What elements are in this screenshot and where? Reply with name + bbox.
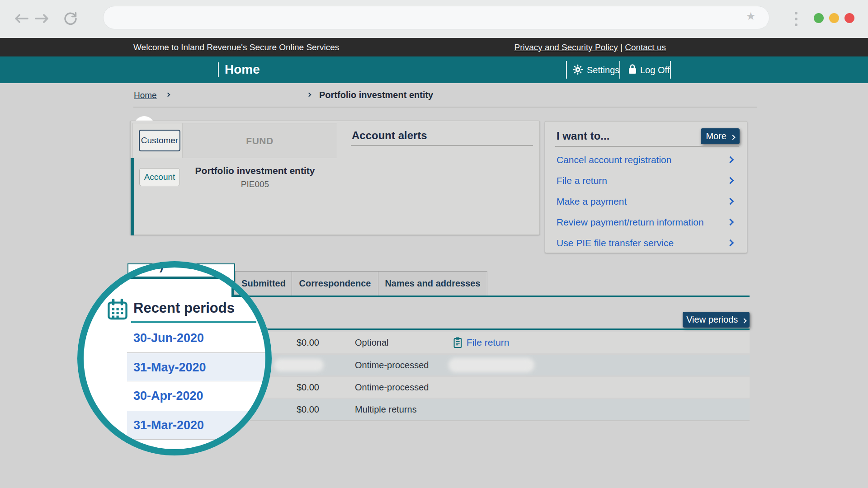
magnified-tab-border bbox=[123, 277, 234, 279]
chevron-right-icon bbox=[727, 156, 734, 164]
entity-code: PIE005 bbox=[185, 179, 325, 189]
lock-icon bbox=[627, 63, 637, 75]
chevron-right-icon bbox=[727, 219, 734, 226]
settings-button[interactable]: Settings bbox=[587, 65, 619, 75]
welcome-bar: Welcome to Inland Revenue's Secure Onlin… bbox=[0, 38, 868, 56]
entity-block: Portfolio investment entity PIE005 bbox=[185, 165, 325, 189]
period-date-link[interactable]: 31-May-2020 bbox=[127, 353, 272, 381]
window-dot-green[interactable] bbox=[814, 13, 824, 23]
contact-us-link[interactable]: Contact us bbox=[625, 42, 666, 52]
more-button-label: More bbox=[706, 131, 726, 141]
period-date-link[interactable]: 30-Jun-2020 bbox=[127, 323, 272, 353]
browser-menu-icon[interactable] bbox=[795, 12, 797, 29]
window-dot-red[interactable] bbox=[844, 13, 854, 23]
action-link-review-payment-info[interactable]: Review payment/return information bbox=[557, 212, 736, 233]
action-link-pie-file-transfer[interactable]: Use PIE file transfer service bbox=[557, 233, 736, 253]
log-off-button[interactable]: Log Off bbox=[640, 65, 670, 75]
account-button[interactable]: Account bbox=[139, 168, 180, 186]
action-label: Make a payment bbox=[557, 196, 627, 206]
row-status: Ontime-processed bbox=[355, 377, 429, 398]
view-periods-button[interactable]: View periods bbox=[683, 312, 750, 328]
period-date-row[interactable]: 30-Apr-2020 bbox=[127, 382, 272, 410]
row-status: Ontime-processed bbox=[355, 355, 429, 375]
bookmark-star-icon[interactable]: ★ bbox=[746, 11, 756, 22]
breadcrumb-chevron-icon bbox=[166, 93, 170, 97]
clipboard-icon bbox=[453, 337, 462, 348]
period-date-row[interactable]: 31-Mar-2020 bbox=[127, 411, 272, 440]
breadcrumb-divider bbox=[133, 107, 757, 108]
browser-forward-icon[interactable] bbox=[34, 13, 50, 24]
breadcrumb-current: Portfolio investment entity bbox=[319, 90, 433, 100]
chevron-right-icon bbox=[727, 177, 734, 184]
redacted-amount-pill bbox=[274, 359, 324, 371]
recent-periods-title: Recent periods bbox=[133, 300, 235, 316]
more-button[interactable]: More bbox=[701, 128, 740, 144]
period-date-link[interactable]: 31-Mar-2020 bbox=[127, 411, 272, 440]
browser-back-icon[interactable] bbox=[14, 13, 29, 24]
row-status: Multiple returns bbox=[355, 399, 417, 420]
account-alerts-divider bbox=[351, 145, 533, 146]
header-divider bbox=[218, 62, 219, 77]
breadcrumb-home-link[interactable]: Home bbox=[134, 90, 157, 100]
i-want-to-title: I want to... bbox=[557, 130, 609, 142]
screenshot-root: ★ Welcome to Inland Revenue's Secure Onl… bbox=[0, 0, 868, 488]
period-date-row[interactable]: 30-Jun-2020 bbox=[127, 323, 272, 353]
calendar-icon bbox=[106, 298, 129, 321]
account-alerts-title: Account alerts bbox=[352, 129, 427, 142]
i-want-to-panel: I want to... More Cancel account registr… bbox=[545, 121, 747, 253]
magnifier-circle: ) Recent periods 30-Jun-2020 31-May-2020… bbox=[77, 261, 272, 455]
window-dot-yellow[interactable] bbox=[829, 13, 839, 23]
browser-chrome: ★ bbox=[0, 0, 868, 38]
chevron-right-icon bbox=[727, 239, 734, 247]
gear-icon bbox=[572, 64, 583, 75]
period-date-link[interactable]: 30-Apr-2020 bbox=[127, 382, 272, 410]
i-want-to-divider bbox=[555, 146, 739, 147]
more-chevron-icon bbox=[730, 135, 735, 140]
tab-correspondence[interactable]: Correspondence bbox=[292, 271, 378, 296]
chevron-right-icon bbox=[727, 198, 734, 205]
action-label: Review payment/return information bbox=[557, 217, 704, 227]
period-date-row[interactable]: 31-May-2020 bbox=[127, 353, 272, 381]
view-periods-label: View periods bbox=[686, 314, 738, 324]
app-header: ir myIR Home Settings Log O bbox=[0, 56, 868, 83]
header-sep-3 bbox=[670, 61, 671, 79]
fund-label: FUND bbox=[182, 123, 337, 158]
breadcrumb-chevron-icon-2 bbox=[307, 93, 311, 97]
account-accent-bar bbox=[131, 158, 134, 235]
welcome-text: Welcome to Inland Revenue's Secure Onlin… bbox=[133, 38, 339, 56]
customer-button[interactable]: Customer bbox=[139, 130, 180, 151]
privacy-policy-link[interactable]: Privacy and Security Policy bbox=[514, 42, 618, 52]
account-card: FUND Customer Account Portfolio investme… bbox=[130, 121, 540, 235]
action-link-file-return[interactable]: File a return bbox=[557, 170, 736, 191]
entity-name: Portfolio investment entity bbox=[185, 165, 325, 176]
action-label: Use PIE file transfer service bbox=[557, 238, 674, 248]
link-divider: | bbox=[620, 42, 623, 52]
row-status: Optional bbox=[355, 332, 389, 353]
view-periods-chevron-icon bbox=[741, 318, 746, 323]
action-label: File a return bbox=[557, 175, 607, 186]
file-return-link[interactable]: File return bbox=[467, 332, 509, 353]
magnified-tab-fragment: ) bbox=[160, 261, 164, 273]
action-link-cancel-registration[interactable]: Cancel account registration bbox=[557, 150, 736, 170]
header-sep-1 bbox=[566, 61, 567, 79]
section-title: Home bbox=[225, 62, 260, 77]
row-amount: $0.00 bbox=[253, 399, 319, 420]
tab-names-addresses[interactable]: Names and addresses bbox=[378, 271, 487, 296]
action-link-make-payment[interactable]: Make a payment bbox=[557, 191, 736, 212]
url-bar[interactable] bbox=[103, 6, 769, 29]
redacted-action-pill bbox=[448, 358, 534, 372]
header-sep-2 bbox=[619, 61, 620, 79]
action-label: Cancel account registration bbox=[557, 155, 671, 165]
browser-reload-icon[interactable] bbox=[63, 11, 78, 26]
